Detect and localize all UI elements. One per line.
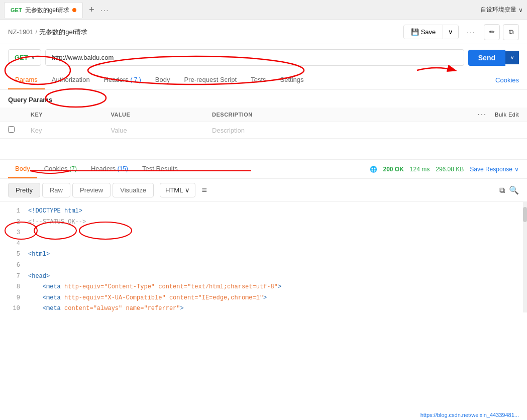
code-tab-preview[interactable]: Preview xyxy=(72,183,111,197)
response-tabs: Body Cookies (7) Headers (15) Test Resul… xyxy=(0,160,527,179)
env-chevron-icon: ∨ xyxy=(518,7,523,14)
save-response-chevron-icon: ∨ xyxy=(514,166,519,173)
save-button[interactable]: 💾 Save xyxy=(404,25,444,39)
response-size: 296.08 KB xyxy=(436,166,464,173)
tab-bar: GET 无参数的get请求 + ··· 自设环境变量 ∨ xyxy=(0,0,527,20)
tab-method: GET xyxy=(11,7,22,13)
tab-tests[interactable]: Tests xyxy=(244,71,273,89)
col-actions-header: ··· Bulk Edit xyxy=(365,108,527,122)
response-section: Body Cookies (7) Headers (15) Test Resul… xyxy=(0,159,527,312)
code-line-10: 10 <meta content="always" name="referrer… xyxy=(8,303,519,312)
send-button[interactable]: Send xyxy=(468,50,505,66)
save-response-button[interactable]: Save Response ∨ xyxy=(470,166,519,173)
bulk-edit-button[interactable]: Bulk Edit xyxy=(495,112,519,118)
globe-icon: 🌐 xyxy=(370,166,377,173)
copy-button[interactable]: ⧉ xyxy=(503,24,519,40)
code-line-5: 5 <html> xyxy=(8,249,519,260)
col-check-header xyxy=(0,108,23,122)
env-label: 自设环境变量 xyxy=(480,6,516,14)
save-disk-icon: 💾 xyxy=(411,28,419,36)
scrollbar-thumb[interactable] xyxy=(523,207,527,222)
table-more-icon[interactable]: ··· xyxy=(478,112,487,118)
tab-headers[interactable]: Headers ( 7 ) xyxy=(97,71,148,89)
format-label: HTML xyxy=(165,186,183,194)
save-chevron-button[interactable]: ∨ xyxy=(443,25,458,39)
code-line-3: 3 xyxy=(8,228,519,239)
table-row: Key Value Description xyxy=(0,122,527,139)
method-chevron-icon: ∨ xyxy=(31,55,35,60)
code-actions: ⧉ 🔍 xyxy=(499,185,519,195)
breadcrumb-current: 无参数的get请求 xyxy=(39,28,87,37)
col-description-header: DESCRIPTION xyxy=(204,108,365,122)
active-tab[interactable]: GET 无参数的get请求 xyxy=(4,2,83,18)
header-bar: NZ-1901 / 无参数的get请求 💾 Save ∨ ··· ✏ ⧉ xyxy=(0,20,527,44)
save-button-group: 💾 Save ∨ xyxy=(403,25,459,39)
resp-tab-cookies[interactable]: Cookies (7) xyxy=(37,160,84,178)
tab-pre-request-script[interactable]: Pre-request Script xyxy=(177,71,244,89)
tab-settings[interactable]: Settings xyxy=(273,71,311,89)
row-check-cell[interactable] xyxy=(0,122,23,139)
code-tab-raw[interactable]: Raw xyxy=(42,183,70,197)
response-time: 124 ms xyxy=(410,166,430,173)
description-cell[interactable]: Description xyxy=(204,122,365,139)
code-line-9: 9 <meta http-equiv="X-UA-Compatible" con… xyxy=(8,293,519,304)
status-code: 200 OK xyxy=(383,166,404,173)
format-selector[interactable]: HTML ∨ xyxy=(160,183,195,197)
scrollbar[interactable] xyxy=(523,202,527,312)
code-line-1: 1 <!DOCTYPE html> xyxy=(8,206,519,217)
send-chevron-button[interactable]: ∨ xyxy=(505,51,519,64)
format-chevron-icon: ∨ xyxy=(185,186,190,194)
resp-tab-body[interactable]: Body xyxy=(8,160,37,178)
edit-button[interactable]: ✏ xyxy=(484,24,500,40)
resp-tab-headers[interactable]: Headers (15) xyxy=(84,160,135,178)
value-cell[interactable]: Value xyxy=(102,122,204,139)
col-key-header: KEY xyxy=(23,108,102,122)
code-content: 1 <!DOCTYPE html> 2 <!--STATUS OK--> 3 4… xyxy=(0,202,527,312)
code-line-8: 8 <meta http-equiv="Content-Type" conten… xyxy=(8,282,519,293)
code-view-tabs: Pretty Raw Preview Visualize HTML ∨ ≡ ⧉ … xyxy=(0,179,527,202)
description-placeholder: Description xyxy=(212,127,245,134)
breadcrumb-parent: NZ-1901 xyxy=(8,28,34,36)
tab-more-button[interactable]: ··· xyxy=(100,6,110,14)
method-select[interactable]: GET ∨ xyxy=(8,49,41,66)
env-selector[interactable]: 自设环境变量 ∨ xyxy=(480,6,523,14)
code-line-4: 4 xyxy=(8,239,519,250)
code-tab-visualize[interactable]: Visualize xyxy=(113,183,154,197)
key-placeholder: Key xyxy=(31,127,42,134)
query-params-section: Query Params xyxy=(0,90,527,108)
save-response-label: Save Response xyxy=(470,166,512,173)
breadcrumb-separator: / xyxy=(36,28,38,36)
tab-body[interactable]: Body xyxy=(148,71,177,89)
breadcrumb: NZ-1901 / 无参数的get请求 xyxy=(8,28,399,37)
params-table: KEY VALUE DESCRIPTION ··· Bulk Edit Key … xyxy=(0,108,527,139)
edit-icon: ✏ xyxy=(489,28,495,36)
code-line-2: 2 <!--STATUS OK--> xyxy=(8,217,519,228)
header-actions: 💾 Save ∨ ··· ✏ ⧉ xyxy=(403,24,519,40)
cookies-link[interactable]: Cookies xyxy=(495,76,519,84)
tab-dot xyxy=(72,8,76,12)
key-cell[interactable]: Key xyxy=(23,122,102,139)
request-bar: GET ∨ Send ∨ xyxy=(0,44,527,71)
tab-params[interactable]: Params xyxy=(8,71,45,89)
code-line-7: 7 <head> xyxy=(8,271,519,282)
request-tabs: Params Authorization Headers ( 7 ) Body … xyxy=(0,71,527,90)
search-response-button[interactable]: 🔍 xyxy=(509,185,519,195)
resp-tab-test-results[interactable]: Test Results xyxy=(135,160,185,178)
col-value-header: VALUE xyxy=(102,108,204,122)
tab-title: 无参数的get请求 xyxy=(25,6,70,15)
send-button-group: Send ∨ xyxy=(468,50,519,66)
save-label: Save xyxy=(421,28,436,36)
response-status-bar: 🌐 200 OK 124 ms 296.08 KB Save Response … xyxy=(370,166,519,173)
add-tab-button[interactable]: + xyxy=(85,5,98,15)
copy-icon: ⧉ xyxy=(509,28,513,36)
code-tab-pretty[interactable]: Pretty xyxy=(8,183,40,197)
row-checkbox[interactable] xyxy=(8,126,15,133)
filter-button[interactable]: ≡ xyxy=(201,185,207,195)
footer-link: https://blog.csdn.net/weixin_44339481... xyxy=(420,412,519,418)
tab-authorization[interactable]: Authorization xyxy=(45,71,97,89)
copy-response-button[interactable]: ⧉ xyxy=(499,186,505,195)
header-more-button[interactable]: ··· xyxy=(462,25,481,39)
row-actions-cell xyxy=(365,122,527,139)
value-placeholder: Value xyxy=(111,127,127,134)
url-input[interactable] xyxy=(45,49,464,66)
